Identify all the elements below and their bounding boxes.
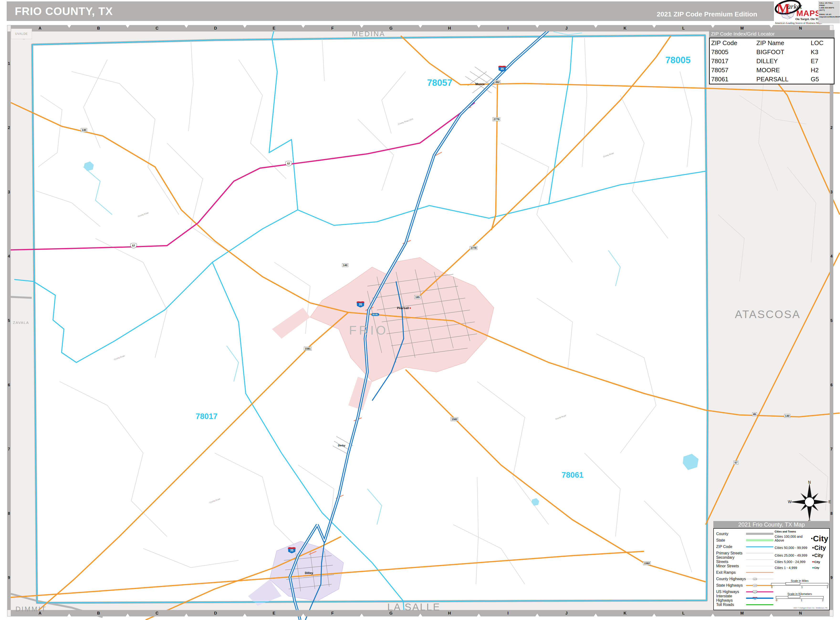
legend-line-item: State Highways 123: [716, 582, 774, 588]
grid-column-label: L: [654, 610, 713, 616]
grid-row-label: 7: [7, 417, 11, 482]
zip-code-cell: 78057: [709, 66, 755, 75]
zip-index-column-row: ZIP Code ZIP Name LOC: [709, 38, 834, 48]
grid-row-label: 4: [7, 224, 11, 289]
grid-column-label: K: [596, 610, 654, 616]
grid-row-label: 5: [830, 289, 833, 353]
city-sample: City: [814, 553, 823, 558]
legend-line-sample: 123: [746, 579, 774, 579]
scale-miles: Scale in Miles 0 1 2: [771, 579, 828, 588]
grid-column-label: L: [654, 25, 713, 32]
grid-column-label: E: [245, 610, 303, 616]
town-label-moore: Moore: [475, 82, 485, 86]
legend-item-label: County: [716, 532, 746, 536]
legend-city-class: Cities 25,000 - 49,999 City: [775, 553, 828, 558]
grid-rows-right: 123456789: [830, 32, 833, 610]
zip-index-table: ZIP Code ZIP Name LOC 78005 BIGFOOT K3 7…: [709, 38, 834, 84]
zip-code-cell: 78017: [709, 57, 755, 66]
grid-row-label: 9: [7, 546, 11, 610]
zip-label-78057: 78057: [427, 78, 452, 88]
zip-index-row: 78057 MOORE H2: [709, 66, 834, 75]
legend-line-item: Minor Streets: [716, 563, 774, 569]
zip-index-row: 78017 DILLEY E7: [709, 57, 834, 66]
legend-line-item: Interstate Highways 123: [716, 595, 774, 601]
legend-line-sample: [746, 539, 774, 541]
zip-index-row: 78061 PEARSALL G5: [709, 75, 834, 84]
logo-subtitle: America's Leading Source of Business Map…: [775, 21, 822, 24]
city-sample: City: [814, 545, 826, 551]
legend-item-label: Secondary Streets: [716, 555, 746, 564]
marketmaps-logo: M arket MAPS On Target. On Time. America…: [775, 0, 840, 25]
grid-column-label: I: [479, 610, 537, 616]
title-bar: FRIO COUNTY, TX 2021 ZIP Code Premium Ed…: [7, 2, 774, 21]
zip-label-78017: 78017: [196, 412, 217, 421]
city-class-label: Cities 50,000 - 99,999: [775, 546, 812, 550]
grid-row-label: 8: [7, 482, 11, 546]
grid-rows-left: 123456789: [7, 32, 11, 610]
grid-column-label: B: [69, 25, 128, 32]
legend-line-items: County State ZIP Code: [716, 531, 774, 608]
legend-item-label: County Highways: [716, 577, 746, 581]
legend-shield-sample: 123: [753, 578, 757, 580]
neighbor-county-uvalde: UVALDE: [15, 32, 28, 36]
fm-462-shield: 462: [494, 80, 501, 84]
fm-1582-shield: 1582: [451, 417, 458, 421]
legend-item-label: Minor Streets: [716, 564, 746, 568]
city-sample: City: [814, 567, 819, 569]
county-name-label: FRIO: [349, 323, 388, 337]
business-loop-shield: 35-BL: [371, 313, 379, 316]
grid-row-label: 2: [7, 96, 11, 160]
fm-1582-shield: 1582: [643, 561, 651, 565]
cities-header: Cities and Towns: [775, 530, 828, 533]
legend-item-label: Toll Roads: [716, 603, 746, 607]
legend-fine-print: 2021 © Intelligent Direct, Inc., Middlet…: [793, 607, 827, 609]
grid-row-label: 8: [830, 482, 833, 546]
grid-column-label: F: [303, 610, 362, 616]
zip-name-cell: DILLEY: [755, 57, 810, 66]
compass-labels: N S E W: [790, 480, 830, 524]
grid-column-label: M: [713, 610, 771, 616]
city-sample: City: [813, 534, 828, 543]
page-title: FRIO COUNTY, TX: [15, 5, 113, 18]
neighbor-county-la-salle: LA SALLE: [387, 601, 440, 613]
zip-index-panel: ZIP Code Index/Grid Locator ZIP Code ZIP…: [709, 30, 834, 84]
contact-email: mapsales@MarketMAPS.com: [819, 16, 839, 18]
city-dot-icon: [812, 547, 814, 548]
legend-city-class: Cities 50,000 - 99,999 City: [775, 545, 828, 551]
zip-label-78005: 78005: [665, 55, 691, 65]
grid-row-label: 5: [7, 289, 11, 353]
grid-row-label: 4: [830, 224, 833, 289]
hwy-57-shield: 57: [734, 461, 738, 465]
neighbor-county-uvalde-box: UVALDE: [11, 29, 32, 39]
legend-item-label: State Highways: [716, 583, 746, 588]
map-sheet: FRIO COUNTY, TX 2021 ZIP Code Premium Ed…: [0, 0, 840, 620]
col-zip-name: ZIP Name: [755, 38, 810, 48]
grid-column-label: I: [479, 25, 537, 32]
grid-column-label: J: [537, 610, 596, 616]
legend-cities: Cities and Towns Cities 100,000 and Abov…: [775, 530, 828, 572]
scale-bar-icon: [776, 596, 823, 599]
legend-item-label: Primary Streets: [716, 551, 746, 555]
grid-row-label: 7: [830, 417, 833, 482]
town-label-pearsall: Pearsall: [397, 306, 411, 310]
zip-name-cell: PEARSALL: [755, 75, 810, 84]
logo-contact-box: CALL US TOLL FREE! 1-888-434-MAPS (6277)…: [818, 1, 840, 23]
fm-2779-shield: 2779: [493, 117, 500, 121]
legend-line-sample: [746, 560, 774, 560]
legend-city-class: Cities 5,000 - 24,999 City: [775, 560, 828, 564]
legend-line-item: Secondary Streets: [716, 556, 774, 563]
city-sample: City: [814, 560, 820, 563]
scale-bar-icon: [771, 583, 828, 586]
contact-call-label: CALL US TOLL FREE!: [819, 2, 839, 7]
compass-east: E: [829, 500, 831, 504]
grid-row-label: 1: [7, 32, 11, 96]
legend-item-label: State: [716, 538, 746, 543]
grid-column-label: B: [69, 610, 128, 616]
city-class-label: Cities 100,000 and Above: [775, 535, 811, 542]
neighbor-county-zavala: ZAVALA: [13, 321, 29, 325]
legend-line-sample: [746, 533, 774, 535]
legend-line-item: County: [716, 531, 774, 537]
grid-column-label: C: [128, 25, 186, 32]
logo-maps: MAPS: [796, 9, 821, 18]
zip-index-row: 78005 BIGFOOT K3: [709, 47, 834, 57]
